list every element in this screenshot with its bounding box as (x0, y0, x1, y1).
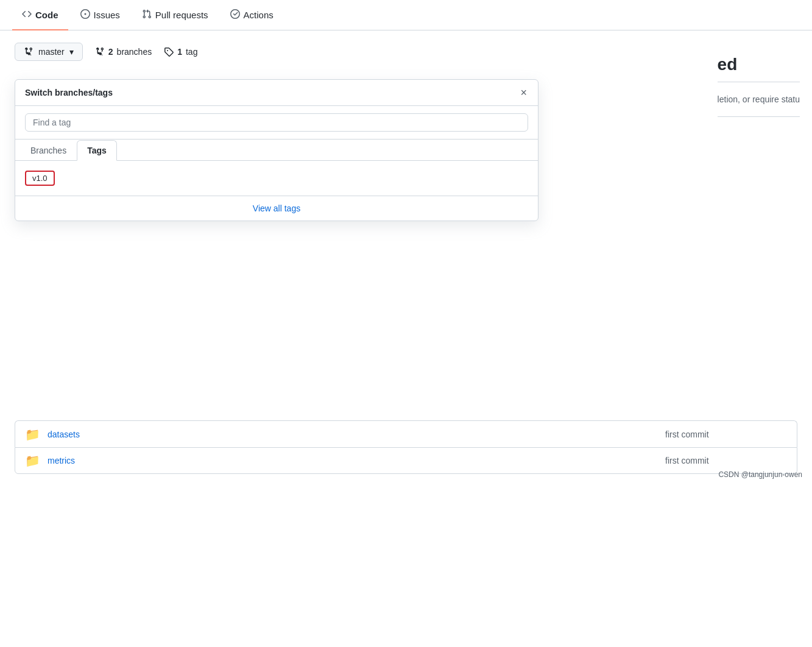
issues-icon (80, 9, 90, 21)
view-all-tags-section: View all tags (15, 196, 538, 221)
right-partial-content: ed letion, or require statu (705, 43, 812, 134)
actions-icon (230, 9, 240, 21)
branch-selector-button[interactable]: master ▾ (15, 43, 83, 61)
nav-item-issues[interactable]: Issues (71, 1, 130, 30)
tag-label-v1.0[interactable]: v1.0 (25, 171, 55, 186)
tag-item-v1.0: v1.0 (15, 166, 538, 191)
folder-icon-datasets: 📁 (25, 427, 40, 442)
nav-label-code: Code (35, 10, 58, 20)
view-all-tags-link[interactable]: View all tags (253, 203, 300, 213)
nav-item-actions[interactable]: Actions (221, 1, 283, 30)
branches-count-link[interactable]: 2 branches (95, 47, 152, 57)
file-name-metrics[interactable]: metrics (48, 456, 665, 465)
code-icon (22, 9, 32, 21)
branches-icon (95, 47, 105, 57)
nav-item-code[interactable]: Code (12, 1, 68, 30)
folder-icon-metrics: 📁 (25, 453, 40, 468)
nav-label-pull-requests: Pull requests (155, 10, 208, 20)
file-row-datasets: 📁 datasets first commit (15, 420, 797, 447)
right-title-partial: ed (718, 55, 738, 74)
branch-dropdown-chevron: ▾ (69, 47, 74, 57)
tab-branches-label: Branches (30, 146, 66, 155)
nav-label-issues: Issues (94, 10, 120, 20)
branch-button-label: master (38, 47, 65, 57)
tab-tags-label: Tags (87, 146, 107, 155)
tags-count-link[interactable]: 1 tag (164, 47, 197, 57)
search-area (15, 106, 538, 140)
top-navigation: Code Issues Pull requests Actions (0, 0, 812, 30)
file-commit-datasets: first commit (665, 430, 787, 439)
branches-label: branches (117, 47, 152, 57)
file-name-datasets[interactable]: datasets (48, 430, 665, 439)
main-content: master ▾ 2 branches 1 tag ed letion, or … (0, 30, 812, 486)
right-subtitle-partial: letion, or require statu (718, 94, 800, 104)
dropdown-title: Switch branches/tags (25, 88, 113, 97)
tab-branches[interactable]: Branches (20, 140, 77, 161)
csdn-watermark: CSDN @tangjunjun-owen (718, 470, 802, 479)
tags-label: tag (186, 47, 197, 57)
branch-row: master ▾ 2 branches 1 tag (15, 43, 797, 61)
tab-tags[interactable]: Tags (77, 140, 117, 161)
file-row-metrics: 📁 metrics first commit (15, 447, 797, 474)
dropdown-close-button[interactable]: × (519, 87, 528, 98)
branches-count: 2 (108, 47, 113, 57)
pull-requests-icon (142, 9, 152, 21)
nav-label-actions: Actions (244, 10, 274, 20)
branch-switch-dropdown: Switch branches/tags × Branches Tags v1.… (15, 79, 538, 221)
file-table-container: 📁 datasets first commit 📁 metrics first … (15, 420, 797, 474)
dropdown-tabs: Branches Tags (15, 140, 538, 161)
branch-icon (24, 47, 34, 57)
watermark-text: CSDN @tangjunjun-owen (718, 470, 802, 479)
nav-item-pull-requests[interactable]: Pull requests (132, 1, 218, 30)
tag-icon (164, 47, 174, 57)
dropdown-header: Switch branches/tags × (15, 80, 538, 106)
tags-count: 1 (177, 47, 182, 57)
file-commit-metrics: first commit (665, 456, 787, 465)
tags-list: v1.0 (15, 161, 538, 196)
tag-search-input[interactable] (25, 113, 528, 132)
